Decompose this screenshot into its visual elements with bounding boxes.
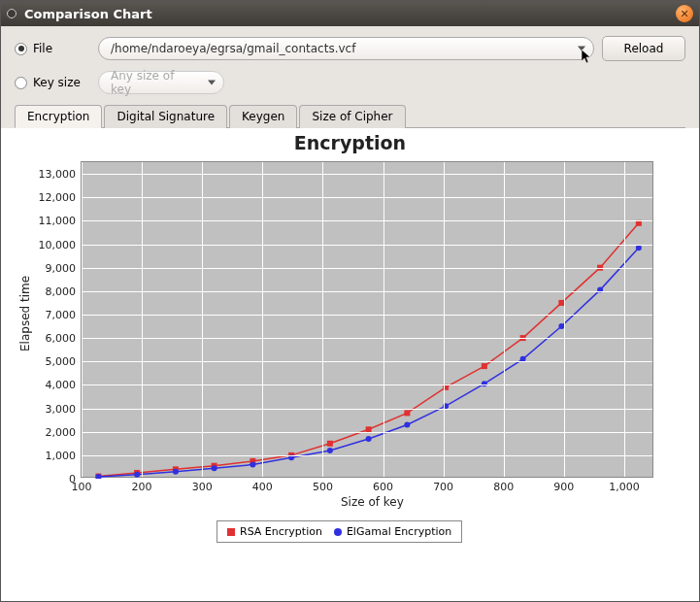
reload-label: Reload — [624, 42, 664, 55]
svg-point-29 — [636, 245, 642, 251]
cursor-icon — [582, 50, 597, 65]
svg-point-22 — [366, 436, 372, 442]
legend-item-elgamal: ElGamal Encryption — [334, 525, 451, 538]
gridline — [322, 162, 323, 477]
gridline — [82, 291, 652, 292]
x-tick-label: 200 — [132, 481, 152, 493]
tab-encryption[interactable]: Encryption — [15, 105, 102, 128]
titlebar: Comparison Chart ✕ — [1, 1, 699, 26]
plot-svg — [82, 162, 652, 477]
svg-point-21 — [327, 448, 333, 453]
gridline — [82, 220, 652, 221]
circle-marker-icon — [334, 528, 342, 536]
gridline — [624, 162, 625, 477]
file-combo[interactable]: /home/ndaroeya/egrsa/gmail_contacts.vcf — [98, 37, 594, 60]
gridline — [82, 338, 652, 339]
gridline — [82, 174, 652, 175]
svg-rect-6 — [327, 441, 333, 447]
square-marker-icon — [227, 528, 235, 536]
y-tick-label: 11,000 — [39, 215, 77, 227]
gridline — [82, 245, 652, 246]
legend-label: RSA Encryption — [240, 525, 322, 538]
svg-rect-10 — [482, 363, 487, 369]
x-tick-label: 800 — [493, 481, 514, 493]
gridline — [82, 432, 652, 433]
radio-icon — [15, 43, 27, 55]
radio-icon — [15, 77, 27, 89]
x-tick-label: 1,000 — [609, 481, 640, 493]
toolbar: File /home/ndaroeya/egrsa/gmail_contacts… — [1, 26, 699, 98]
y-tick-label: 5,000 — [46, 355, 77, 368]
gridline — [82, 455, 652, 456]
close-button[interactable]: ✕ — [676, 5, 693, 22]
chevron-down-icon — [208, 81, 216, 85]
x-tick-label: 600 — [373, 481, 393, 493]
legend: RSA Encryption ElGamal Encryption — [217, 520, 462, 543]
gridline — [82, 385, 652, 385]
gridline — [82, 315, 652, 316]
legend-item-rsa: RSA Encryption — [227, 525, 322, 538]
x-tick-label: 900 — [553, 481, 574, 493]
reload-button[interactable]: Reload — [602, 36, 685, 61]
y-tick-label: 3,000 — [46, 402, 77, 415]
x-tick-label: 100 — [72, 481, 92, 493]
gridline — [564, 162, 565, 477]
gridline — [383, 162, 384, 477]
tab-keygen[interactable]: Keygen — [229, 105, 297, 128]
y-tick-label: 10,000 — [39, 238, 77, 251]
x-tick-label: 300 — [192, 481, 213, 493]
tabs: EncryptionDigital SignatureKeygenSize of… — [15, 104, 685, 128]
chart-title: Encryption — [1, 132, 699, 153]
x-tick-label: 500 — [313, 481, 333, 493]
svg-point-18 — [212, 465, 217, 471]
y-tick-label: 4,000 — [46, 379, 77, 391]
gridline — [504, 162, 505, 477]
tab-size-of-cipher[interactable]: Size of Cipher — [299, 105, 405, 128]
gridline — [444, 162, 445, 477]
y-tick-label: 9,000 — [46, 261, 77, 274]
keysize-radio-group[interactable]: Key size — [15, 76, 90, 89]
y-tick-label: 12,000 — [39, 191, 77, 204]
y-tick-label: 7,000 — [46, 308, 77, 320]
y-tick-label: 1,000 — [46, 449, 77, 461]
window-title: Comparison Chart — [24, 7, 676, 21]
gridline — [82, 268, 652, 269]
gridline — [82, 197, 652, 198]
keysize-combo-value: Any size of key — [111, 69, 198, 96]
plot-area: 01,0002,0003,0004,0005,0006,0007,0008,00… — [81, 161, 653, 478]
chevron-down-icon — [578, 47, 585, 51]
svg-point-23 — [404, 421, 410, 427]
gridline — [82, 409, 652, 410]
tabs-bar: EncryptionDigital SignatureKeygenSize of… — [1, 104, 699, 128]
svg-point-17 — [173, 469, 179, 475]
svg-point-16 — [134, 472, 140, 478]
svg-rect-8 — [404, 410, 410, 416]
x-axis-label: Size of key — [341, 495, 404, 509]
chart-pane: Encryption 01,0002,0003,0004,0005,0006,0… — [1, 128, 699, 601]
gridline — [202, 162, 203, 477]
x-tick-label: 700 — [433, 481, 453, 493]
y-axis-label: Elapsed time — [18, 276, 32, 351]
gridline — [142, 162, 143, 477]
app-icon — [7, 9, 17, 18]
gridline — [82, 361, 652, 362]
app-window: Comparison Chart ✕ File /home/ndaroeya/e… — [0, 0, 700, 602]
y-tick-label: 6,000 — [46, 332, 77, 345]
y-tick-label: 13,000 — [39, 168, 77, 181]
svg-point-19 — [250, 462, 255, 468]
gridline — [82, 479, 652, 480]
gridline — [262, 162, 263, 477]
keysize-combo: Any size of key — [98, 71, 224, 94]
y-tick-label: 8,000 — [46, 284, 77, 297]
close-icon: ✕ — [680, 9, 688, 19]
file-radio-group[interactable]: File — [15, 42, 90, 55]
gridline — [82, 162, 83, 477]
keysize-radio-label: Key size — [33, 76, 81, 89]
tab-digital-signature[interactable]: Digital Signature — [104, 105, 227, 128]
x-tick-label: 400 — [252, 481, 273, 493]
y-tick-label: 2,000 — [46, 425, 77, 438]
legend-label: ElGamal Encryption — [347, 525, 451, 538]
file-radio-label: File — [33, 42, 52, 55]
file-combo-value: /home/ndaroeya/egrsa/gmail_contacts.vcf — [111, 42, 355, 55]
